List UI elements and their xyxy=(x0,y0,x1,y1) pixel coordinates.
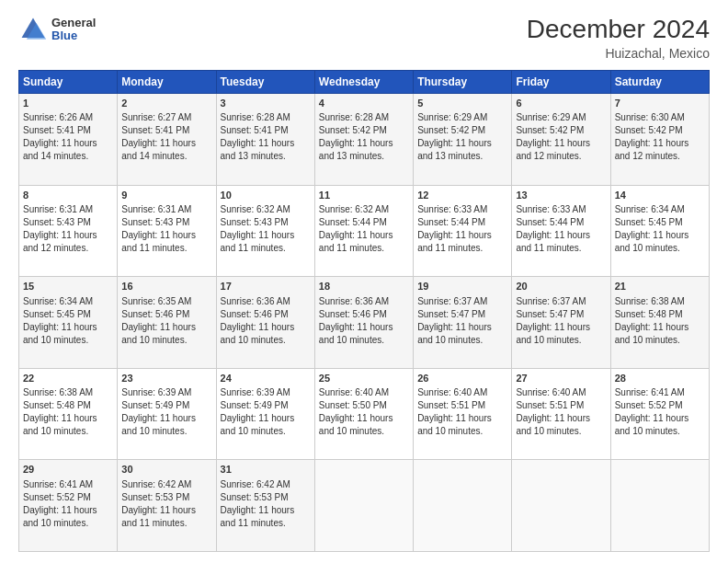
sunrise-info: Sunrise: 6:28 AM xyxy=(319,112,389,122)
col-saturday: Saturday xyxy=(610,71,709,94)
sunrise-info: Sunrise: 6:31 AM xyxy=(121,204,191,214)
day-number: 15 xyxy=(23,280,113,293)
sunset-info: Sunset: 5:43 PM xyxy=(221,217,289,227)
day-number: 20 xyxy=(516,280,606,293)
sunset-info: Sunset: 5:47 PM xyxy=(516,309,584,319)
sunrise-info: Sunrise: 6:38 AM xyxy=(615,296,685,306)
day-number: 2 xyxy=(121,97,211,110)
daylight-info: Daylight: 11 hours and 11 minutes. xyxy=(121,230,196,253)
sunrise-info: Sunrise: 6:42 AM xyxy=(121,479,191,489)
sunset-info: Sunset: 5:44 PM xyxy=(319,217,387,227)
day-number: 13 xyxy=(516,189,606,202)
sunrise-info: Sunrise: 6:30 AM xyxy=(615,112,685,122)
daylight-info: Daylight: 11 hours and 12 minutes. xyxy=(516,138,590,161)
daylight-info: Daylight: 11 hours and 10 minutes. xyxy=(319,413,393,436)
header: General Blue December 2024 Huizachal, Me… xyxy=(18,15,710,61)
day-number: 23 xyxy=(121,372,211,385)
calendar-week-row: 15 Sunrise: 6:34 AM Sunset: 5:45 PM Dayl… xyxy=(19,277,710,369)
sunrise-info: Sunrise: 6:34 AM xyxy=(615,204,685,214)
sunset-info: Sunset: 5:45 PM xyxy=(615,217,683,227)
daylight-info: Daylight: 11 hours and 12 minutes. xyxy=(615,138,689,161)
daylight-info: Daylight: 11 hours and 12 minutes. xyxy=(23,230,97,253)
daylight-info: Daylight: 11 hours and 10 minutes. xyxy=(417,322,492,345)
daylight-info: Daylight: 11 hours and 10 minutes. xyxy=(319,322,393,345)
logo-blue: Blue xyxy=(51,29,96,42)
sunset-info: Sunset: 5:53 PM xyxy=(121,492,189,502)
daylight-info: Daylight: 11 hours and 10 minutes. xyxy=(615,413,689,436)
table-row: 29 Sunrise: 6:41 AM Sunset: 5:52 PM Dayl… xyxy=(19,460,118,552)
sunset-info: Sunset: 5:43 PM xyxy=(121,217,189,227)
day-number: 1 xyxy=(23,97,113,110)
daylight-info: Daylight: 11 hours and 10 minutes. xyxy=(221,413,295,436)
table-row: 17 Sunrise: 6:36 AM Sunset: 5:46 PM Dayl… xyxy=(216,277,314,369)
day-number: 22 xyxy=(23,372,113,385)
daylight-info: Daylight: 11 hours and 13 minutes. xyxy=(221,138,295,161)
day-number: 19 xyxy=(417,280,507,293)
sunrise-info: Sunrise: 6:33 AM xyxy=(417,204,487,214)
col-monday: Monday xyxy=(118,71,216,94)
sunset-info: Sunset: 5:48 PM xyxy=(23,400,91,410)
sunset-info: Sunset: 5:42 PM xyxy=(615,125,683,135)
daylight-info: Daylight: 11 hours and 10 minutes. xyxy=(23,322,97,345)
table-row: 20 Sunrise: 6:37 AM Sunset: 5:47 PM Dayl… xyxy=(512,277,610,369)
page: General Blue December 2024 Huizachal, Me… xyxy=(0,0,728,563)
sunrise-info: Sunrise: 6:27 AM xyxy=(121,112,191,122)
daylight-info: Daylight: 11 hours and 10 minutes. xyxy=(516,413,590,436)
sunrise-info: Sunrise: 6:29 AM xyxy=(516,112,586,122)
sunset-info: Sunset: 5:44 PM xyxy=(516,217,584,227)
day-number: 25 xyxy=(319,372,409,385)
calendar-week-row: 1 Sunrise: 6:26 AM Sunset: 5:41 PM Dayli… xyxy=(19,94,710,186)
sunrise-info: Sunrise: 6:40 AM xyxy=(417,387,487,397)
sunrise-info: Sunrise: 6:37 AM xyxy=(516,296,586,306)
logo-icon xyxy=(18,15,48,44)
sunrise-info: Sunrise: 6:35 AM xyxy=(121,296,191,306)
table-row: 7 Sunrise: 6:30 AM Sunset: 5:42 PM Dayli… xyxy=(610,94,709,186)
sunrise-info: Sunrise: 6:40 AM xyxy=(319,387,389,397)
table-row: 26 Sunrise: 6:40 AM Sunset: 5:51 PM Dayl… xyxy=(414,368,512,460)
calendar-week-row: 22 Sunrise: 6:38 AM Sunset: 5:48 PM Dayl… xyxy=(19,368,710,460)
calendar-table: Sunday Monday Tuesday Wednesday Thursday… xyxy=(18,70,710,552)
sunrise-info: Sunrise: 6:41 AM xyxy=(615,387,685,397)
calendar-week-row: 29 Sunrise: 6:41 AM Sunset: 5:52 PM Dayl… xyxy=(19,460,710,552)
table-row: 3 Sunrise: 6:28 AM Sunset: 5:41 PM Dayli… xyxy=(216,94,314,186)
table-row: 13 Sunrise: 6:33 AM Sunset: 5:44 PM Dayl… xyxy=(512,185,610,277)
table-row: 28 Sunrise: 6:41 AM Sunset: 5:52 PM Dayl… xyxy=(610,368,709,460)
daylight-info: Daylight: 11 hours and 11 minutes. xyxy=(221,230,295,253)
day-number: 5 xyxy=(417,97,507,110)
daylight-info: Daylight: 11 hours and 11 minutes. xyxy=(417,230,492,253)
daylight-info: Daylight: 11 hours and 13 minutes. xyxy=(319,138,393,161)
day-number: 18 xyxy=(319,280,409,293)
daylight-info: Daylight: 11 hours and 10 minutes. xyxy=(221,322,295,345)
sunset-info: Sunset: 5:41 PM xyxy=(23,125,91,135)
table-row: 30 Sunrise: 6:42 AM Sunset: 5:53 PM Dayl… xyxy=(118,460,216,552)
sunrise-info: Sunrise: 6:39 AM xyxy=(121,387,191,397)
sunrise-info: Sunrise: 6:31 AM xyxy=(23,204,93,214)
table-row: 2 Sunrise: 6:27 AM Sunset: 5:41 PM Dayli… xyxy=(118,94,216,186)
daylight-info: Daylight: 11 hours and 11 minutes. xyxy=(516,230,590,253)
day-number: 29 xyxy=(23,463,113,477)
table-row: 4 Sunrise: 6:28 AM Sunset: 5:42 PM Dayli… xyxy=(314,94,413,186)
sunrise-info: Sunrise: 6:42 AM xyxy=(221,479,290,489)
sunset-info: Sunset: 5:50 PM xyxy=(319,400,387,410)
day-number: 9 xyxy=(121,189,211,202)
sunset-info: Sunset: 5:46 PM xyxy=(121,309,189,319)
sunrise-info: Sunrise: 6:39 AM xyxy=(221,387,290,397)
day-number: 21 xyxy=(615,280,705,293)
sunset-info: Sunset: 5:53 PM xyxy=(221,492,289,502)
sunrise-info: Sunrise: 6:33 AM xyxy=(516,204,586,214)
sunset-info: Sunset: 5:48 PM xyxy=(615,309,683,319)
day-number: 26 xyxy=(417,372,507,385)
sunrise-info: Sunrise: 6:36 AM xyxy=(221,296,290,306)
sunset-info: Sunset: 5:41 PM xyxy=(221,125,289,135)
table-row: 27 Sunrise: 6:40 AM Sunset: 5:51 PM Dayl… xyxy=(512,368,610,460)
sunrise-info: Sunrise: 6:29 AM xyxy=(417,112,487,122)
sunset-info: Sunset: 5:42 PM xyxy=(319,125,387,135)
title-block: December 2024 Huizachal, Mexico xyxy=(527,15,710,61)
daylight-info: Daylight: 11 hours and 11 minutes. xyxy=(221,505,295,528)
day-number: 31 xyxy=(221,463,311,477)
sunrise-info: Sunrise: 6:34 AM xyxy=(23,296,93,306)
table-row: 10 Sunrise: 6:32 AM Sunset: 5:43 PM Dayl… xyxy=(216,185,314,277)
sunset-info: Sunset: 5:42 PM xyxy=(516,125,584,135)
col-sunday: Sunday xyxy=(19,71,118,94)
table-row xyxy=(512,460,610,552)
